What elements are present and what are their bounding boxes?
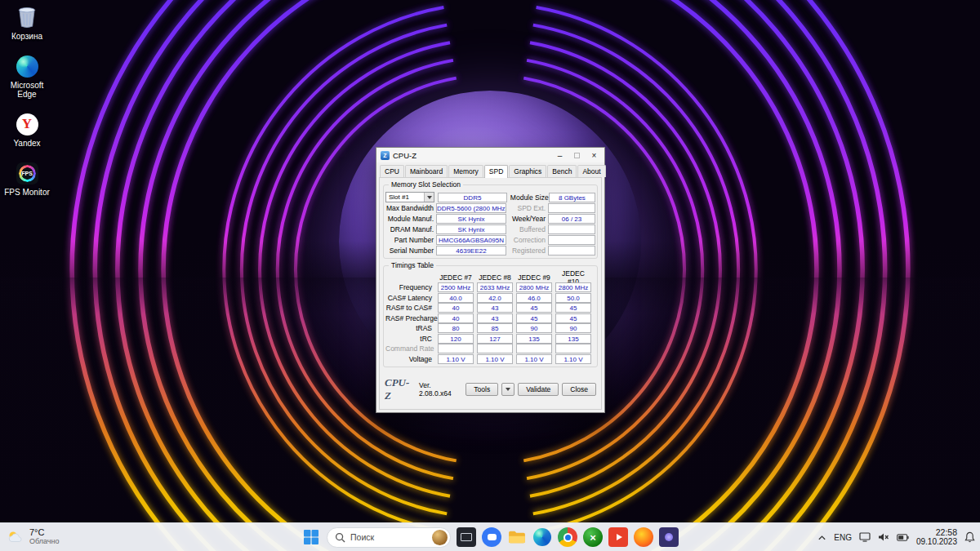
desktop-icons: Корзина Microsoft Edge Y Yandex FPS FPS … [2, 5, 52, 197]
timing-cell: 80 [438, 323, 474, 333]
label-spd-ext: SPD Ext. [510, 204, 548, 212]
table-row: RAS# to CAS# 40 43 45 45 [385, 303, 595, 313]
cpuz-titlebar[interactable]: Z CPU-Z – × [376, 148, 604, 162]
row-label: CAS# Latency [385, 294, 434, 302]
row-label: tRAS [385, 324, 434, 332]
windows-logo-icon [304, 530, 318, 544]
timing-cell: 135 [555, 334, 591, 344]
timing-cell: 1.10 V [438, 354, 474, 364]
display-icon[interactable] [859, 532, 871, 542]
app-icon-dark[interactable] [457, 527, 476, 547]
app-icon-violet[interactable] [659, 527, 679, 547]
battery-icon[interactable] [897, 534, 909, 541]
cpuz-logo: CPU-Z [385, 376, 414, 402]
timing-cell: 2633 MHz [477, 282, 513, 292]
field-registered [548, 246, 595, 256]
minimize-button[interactable]: – [551, 149, 568, 162]
timing-cell: 43 [477, 303, 513, 313]
column-header: JEDEC #7 [438, 273, 474, 282]
label-part-number: Part Number [385, 236, 436, 244]
chrome-icon[interactable] [558, 527, 577, 547]
timing-cell: 90 [555, 323, 591, 333]
cpuz-footer: CPU-Z Ver. 2.08.0.x64 Tools Validate Clo… [381, 374, 599, 407]
search-icon [335, 532, 345, 543]
timing-cell [438, 344, 474, 353]
file-explorer-icon[interactable] [507, 527, 527, 547]
app-icon-red[interactable] [608, 527, 628, 547]
volume-icon[interactable] [878, 532, 889, 542]
timing-cell: 2500 MHz [438, 282, 474, 292]
tab-graphics[interactable]: Graphics [509, 165, 546, 177]
tab-about[interactable]: About [577, 165, 605, 177]
close-button[interactable]: × [586, 149, 603, 162]
timing-cell: 1.10 V [516, 354, 552, 364]
xbox-icon[interactable]: × [583, 527, 603, 547]
notification-bell-icon[interactable] [964, 531, 975, 543]
label-module-manuf: Module Manuf. [385, 215, 436, 223]
field-memory-type: DDR5 [438, 193, 507, 202]
table-row: CAS# Latency 40.0 42.0 46.0 50.0 [385, 293, 595, 304]
timing-cell: 40 [438, 313, 474, 323]
weather-icon [7, 530, 24, 544]
timing-cell: 40 [438, 303, 474, 313]
label-buffered: Buffered [510, 225, 548, 233]
start-button[interactable] [301, 527, 321, 547]
edge-taskbar-icon[interactable] [532, 527, 552, 547]
tab-cpu[interactable]: CPU [380, 165, 404, 177]
desktop-icon-label: FPS Monitor [4, 188, 50, 197]
taskbar-center: Поиск × [301, 527, 679, 548]
close-window-button[interactable]: Close [562, 383, 596, 396]
column-header: JEDEC #8 [477, 273, 513, 282]
desktop-icon-yandex[interactable]: Y Yandex [2, 112, 52, 148]
clock-date: 09.10.2023 [916, 537, 957, 547]
timing-cell: 1.10 V [555, 354, 591, 364]
tools-button[interactable]: Tools [466, 383, 498, 396]
label-dram-manuf: DRAM Manuf. [385, 225, 436, 233]
timing-cell [516, 344, 552, 353]
language-indicator[interactable]: ENG [834, 533, 852, 542]
timing-cell: 120 [438, 334, 474, 344]
cpuz-window: Z CPU-Z – × CPU Mainboard Memory SPD Gra… [376, 147, 605, 413]
desktop: Корзина Microsoft Edge Y Yandex FPS FPS … [0, 0, 980, 551]
validate-button[interactable]: Validate [518, 383, 559, 396]
weather-widget[interactable]: 7°C Облачно [7, 528, 59, 546]
group-title: Timings Table [389, 261, 436, 269]
timing-cell: 43 [477, 313, 513, 323]
label-serial-number: Serial Number [385, 247, 436, 255]
chevron-down-icon[interactable] [424, 193, 434, 202]
table-row: Voltage 1.10 V 1.10 V 1.10 V 1.10 V [385, 354, 595, 365]
timing-cell: 85 [477, 323, 513, 333]
timing-cell: 46.0 [516, 293, 552, 303]
tab-mainboard[interactable]: Mainboard [405, 165, 448, 177]
table-row: tRC 120 127 135 135 [385, 334, 595, 344]
tab-spd[interactable]: SPD [484, 165, 508, 178]
timings-table-group: Timings Table JEDEC #7 JEDEC #8 JEDEC #9… [383, 265, 598, 367]
row-label: Command Rate [385, 344, 434, 353]
tab-memory[interactable]: Memory [448, 165, 483, 177]
chat-app-icon[interactable] [482, 527, 501, 547]
taskbar-clock[interactable]: 22:58 09.10.2023 [916, 527, 957, 547]
field-dram-manuf: SK Hynix [436, 224, 506, 234]
maximize-button [568, 149, 586, 162]
desktop-icon-fps-monitor[interactable]: FPS FPS Monitor [2, 161, 52, 197]
hidden-icons-chevron[interactable] [817, 534, 826, 541]
system-tray: ENG 22:58 09.10.2023 [817, 527, 975, 547]
search-placeholder: Поиск [350, 532, 427, 542]
taskbar-search[interactable]: Поиск [327, 527, 451, 548]
group-title: Memory Slot Selection [389, 180, 463, 189]
desktop-icon-label: Yandex [13, 139, 40, 148]
row-label: Voltage [385, 355, 434, 363]
timing-cell: 45 [516, 313, 552, 323]
timing-cell: 127 [477, 334, 513, 344]
row-label: RAS# Precharge [385, 314, 434, 322]
table-row: Frequency 2500 MHz 2633 MHz 2800 MHz 280… [385, 282, 595, 293]
desktop-icon-edge[interactable]: Microsoft Edge [2, 54, 52, 99]
slot-select[interactable]: Slot #1 [385, 192, 434, 202]
app-icon-orange[interactable] [634, 527, 653, 547]
label-module-size: Module Size [510, 193, 549, 202]
desktop-icon-recycle-bin[interactable]: Корзина [2, 5, 52, 41]
timing-cell: 135 [516, 334, 552, 344]
tab-bench[interactable]: Bench [547, 165, 577, 177]
tools-dropdown-arrow[interactable] [501, 383, 514, 396]
field-max-bandwidth: DDR5-5600 (2800 MHz) [436, 203, 506, 213]
